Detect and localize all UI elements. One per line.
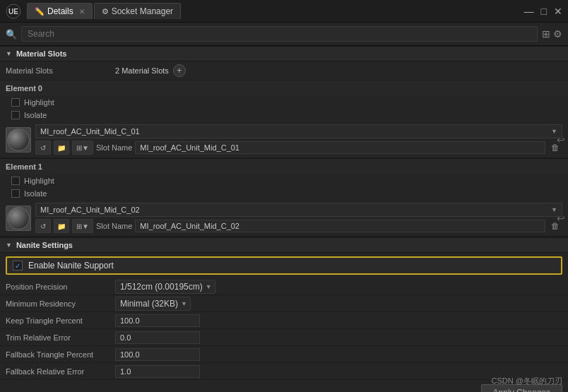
position-precision-label: Position Precision — [6, 283, 115, 291]
tab-details-close[interactable]: ✕ — [79, 8, 85, 16]
keep-triangle-input[interactable] — [115, 314, 200, 327]
element-1-header: Element 1 — [0, 159, 568, 174]
position-precision-arrow: ▼ — [206, 283, 212, 290]
trim-relative-label: Trim Relative Error — [6, 333, 115, 342]
trim-relative-input[interactable] — [115, 331, 200, 344]
element-0-highlight-checkbox[interactable] — [11, 98, 20, 107]
element-0-thumbnail — [6, 127, 31, 153]
element-0-material-name: MI_roof_AC_Unit_Mid_C_01 — [40, 127, 140, 136]
search-input[interactable] — [21, 26, 538, 42]
apply-changes-button[interactable]: Apply Changes — [481, 384, 562, 392]
element-1-section: Element 1 Highlight Isolate MI_roof_AC_U… — [0, 159, 568, 237]
element-1-reset-button[interactable]: ↩ — [557, 213, 565, 224]
enable-nanite-row: ✓ Enable Nanite Support — [6, 256, 562, 275]
element-0-refresh-button[interactable]: ↺ — [35, 141, 51, 155]
keep-triangle-value — [115, 314, 562, 327]
socket-icon: ⚙ — [102, 7, 109, 16]
element-0-isolate-checkbox[interactable] — [11, 111, 20, 119]
minimize-button[interactable]: — — [524, 6, 534, 17]
pencil-icon: ✏️ — [35, 7, 45, 16]
maximize-button[interactable]: □ — [541, 6, 547, 17]
element-1-isolate-label: Isolate — [24, 189, 47, 198]
nanite-settings-collapse-arrow: ▼ — [6, 242, 12, 249]
element-0-options-button[interactable]: ⊞▼ — [72, 141, 93, 155]
title-bar: UE ✏️ Details ✕ ⚙ Socket Manager — □ ✕ — [0, 0, 568, 23]
material-slots-count: 2 Material Slots — [115, 66, 169, 75]
keep-triangle-row: Keep Triangle Percent — [0, 312, 568, 329]
material-slots-collapse-arrow: ▼ — [6, 50, 12, 57]
minimum-residency-value: Minimal (32KB) ▼ — [115, 297, 562, 311]
minimum-residency-arrow: ▼ — [181, 300, 187, 307]
element-1-thumbnail — [6, 206, 31, 231]
element-1-isolate-row: Isolate — [0, 187, 568, 200]
position-precision-value: 1/512cm (0.00195cm) ▼ — [115, 280, 562, 294]
tab-details[interactable]: ✏️ Details ✕ — [27, 3, 93, 19]
main-panel: ▼ Material Slots Material Slots 2 Materi… — [0, 46, 568, 392]
nanite-settings-section-title: Nanite Settings — [16, 241, 73, 249]
tab-socket-manager-label: Socket Manager — [112, 6, 173, 16]
element-1-label: Element 1 — [6, 162, 42, 171]
position-precision-dropdown[interactable]: 1/512cm (0.00195cm) ▼ — [115, 280, 215, 294]
element-0-highlight-label: Highlight — [24, 98, 54, 107]
minimum-residency-row: Minimum Residency Minimal (32KB) ▼ — [0, 295, 568, 312]
fallback-relative-row: Fallback Relative Error — [0, 363, 568, 380]
minimum-residency-label: Minimum Residency — [6, 299, 115, 308]
element-1-slot-name-label: Slot Name — [96, 222, 132, 230]
material-slots-header-row: Material Slots 2 Material Slots + — [0, 61, 568, 81]
apply-changes-wrapper: Apply Changes — [0, 380, 568, 392]
element-0-actions-row: ↺ 📁 ⊞▼ Slot Name 🗑 — [35, 141, 562, 155]
element-0-label: Element 0 — [6, 84, 42, 93]
svg-text:UE: UE — [8, 8, 18, 16]
element-0-section: Element 0 Highlight Isolate MI_roof_AC_U… — [0, 81, 568, 159]
close-button[interactable]: ✕ — [554, 6, 562, 17]
element-1-name-row: MI_roof_AC_Unit_Mid_C_02 ▼ — [35, 203, 562, 217]
fallback-relative-value — [115, 365, 562, 378]
element-1-slot-name-input[interactable] — [135, 220, 545, 232]
fallback-relative-label: Fallback Relative Error — [6, 367, 115, 376]
element-1-material-row: MI_roof_AC_Unit_Mid_C_02 ▼ ↺ 📁 ⊞▼ Slot N… — [0, 200, 568, 237]
element-1-actions-row: ↺ 📁 ⊞▼ Slot Name 🗑 — [35, 219, 562, 233]
element-0-header: Element 0 — [0, 81, 568, 96]
element-0-browse-button[interactable]: 📁 — [54, 141, 69, 155]
minimum-residency-dropdown[interactable]: Minimal (32KB) ▼ — [115, 297, 191, 311]
add-material-slot-button[interactable]: + — [173, 64, 186, 77]
element-0-reset-button[interactable]: ↩ — [557, 134, 565, 145]
element-0-slot-name-input[interactable] — [135, 141, 545, 154]
search-icon: 🔍 — [6, 29, 17, 40]
element-1-refresh-button[interactable]: ↺ — [35, 219, 51, 233]
element-0-name-row: MI_roof_AC_Unit_Mid_C_01 ▼ — [35, 124, 562, 138]
element-0-material-dropdown[interactable]: MI_roof_AC_Unit_Mid_C_01 ▼ — [35, 124, 562, 138]
nanite-settings-section-header[interactable]: ▼ Nanite Settings — [0, 237, 568, 253]
element-1-material-dropdown[interactable]: MI_roof_AC_Unit_Mid_C_02 ▼ — [35, 203, 562, 217]
element-1-browse-button[interactable]: 📁 — [54, 219, 69, 233]
settings-icon[interactable]: ⚙ — [553, 28, 562, 40]
tab-socket-manager[interactable]: ⚙ Socket Manager — [94, 3, 181, 19]
enable-nanite-label: Enable Nanite Support — [28, 261, 114, 271]
enable-nanite-wrapper: ✓ Enable Nanite Support — [0, 253, 568, 278]
element-0-highlight-row: Highlight — [0, 96, 568, 109]
tab-details-label: Details — [47, 6, 73, 16]
element-0-isolate-label: Isolate — [24, 111, 47, 119]
minimum-residency-text: Minimal (32KB) — [120, 299, 178, 309]
element-1-highlight-label: Highlight — [24, 177, 54, 185]
grid-icon[interactable]: ⊞ — [542, 28, 550, 40]
element-1-material-content: MI_roof_AC_Unit_Mid_C_02 ▼ ↺ 📁 ⊞▼ Slot N… — [35, 203, 562, 233]
element-1-highlight-row: Highlight — [0, 174, 568, 187]
enable-nanite-checkbox[interactable]: ✓ — [13, 261, 23, 271]
fallback-triangle-input[interactable] — [115, 348, 200, 361]
material-slots-section-title: Material Slots — [16, 49, 67, 58]
position-precision-row: Position Precision 1/512cm (0.00195cm) ▼ — [0, 278, 568, 295]
fallback-relative-input[interactable] — [115, 365, 200, 378]
trim-relative-value — [115, 331, 562, 344]
element-1-isolate-checkbox[interactable] — [11, 189, 20, 198]
fallback-triangle-label: Fallback Triangle Percent — [6, 350, 115, 359]
element-1-highlight-checkbox[interactable] — [11, 177, 20, 185]
search-bar: 🔍 ⊞ ⚙ — [0, 23, 568, 46]
element-0-material-content: MI_roof_AC_Unit_Mid_C_01 ▼ ↺ 📁 ⊞▼ Slot N… — [35, 124, 562, 155]
material-slots-label: Material Slots — [6, 66, 115, 75]
fallback-triangle-row: Fallback Triangle Percent — [0, 346, 568, 363]
element-1-options-button[interactable]: ⊞▼ — [72, 219, 93, 233]
material-slots-section-header[interactable]: ▼ Material Slots — [0, 46, 568, 61]
element-0-isolate-row: Isolate — [0, 109, 568, 121]
element-0-slot-name-label: Slot Name — [96, 143, 132, 152]
